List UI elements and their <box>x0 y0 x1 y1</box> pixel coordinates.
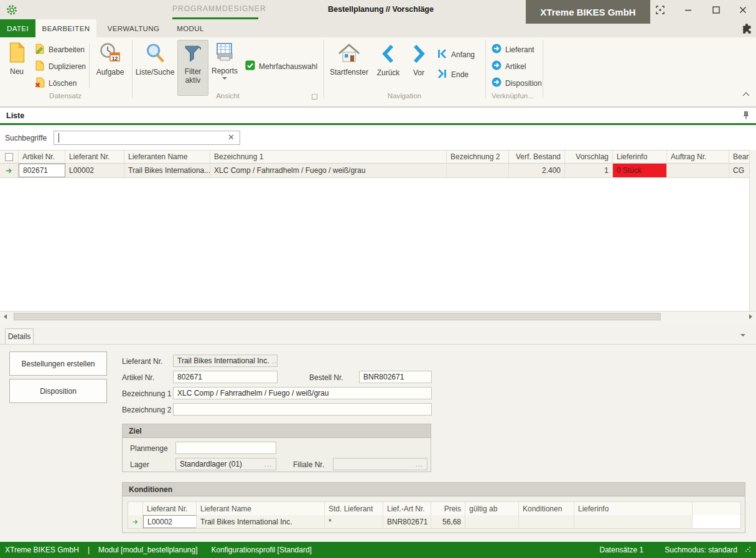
maximize-icon[interactable] <box>711 4 722 16</box>
tab-modul[interactable]: MODUL <box>171 19 210 37</box>
column-header[interactable]: Artikel Nr. <box>19 151 65 163</box>
group-label-ansicht: Ansicht <box>132 92 324 103</box>
scroll-left-icon[interactable] <box>4 314 7 319</box>
ende-button[interactable]: Ende <box>437 68 469 81</box>
details-collapse-icon[interactable] <box>740 334 745 337</box>
column-header[interactable]: Konditionen <box>519 502 574 515</box>
minimize-icon[interactable] <box>683 4 694 16</box>
cell-lieferant-nr[interactable]: L00002 <box>143 515 197 528</box>
column-header[interactable]: Lieferant Name <box>197 502 325 515</box>
column-header[interactable]: Bezeichnung 1 <box>210 151 447 163</box>
column-header[interactable]: Vorschlag <box>565 151 613 163</box>
cell-artikel-nr[interactable]: 802671 <box>19 164 65 177</box>
cell-vorschlag: 1 <box>565 164 613 177</box>
bestellungen-erstellen-button[interactable]: Bestellungen erstellen <box>9 351 107 376</box>
select-all-cell <box>0 151 19 163</box>
bezeichnung1-field[interactable]: XLC Comp / Fahrradhelm / Fuego / weiß/gr… <box>173 387 432 399</box>
column-header[interactable]: Auftrag Nr. <box>667 151 729 163</box>
application-window: { "colors": { "accent_green": "#1e821e",… <box>0 0 756 558</box>
lookup-ellipsis-button[interactable]: ... <box>269 357 278 365</box>
column-header[interactable]: Lieferant Nr. <box>143 502 197 515</box>
konditionen-groupbox: Konditionen Lieferant Nr. Lieferant Name… <box>122 482 745 533</box>
liste-suche-button[interactable]: Liste/Suche <box>136 42 174 77</box>
anfang-button[interactable]: Anfang <box>437 49 475 61</box>
vor-button[interactable]: Vor <box>407 44 431 77</box>
lieferant-link-button[interactable]: Lieferant <box>492 44 534 55</box>
column-header[interactable]: Lieferinfo <box>574 502 693 515</box>
column-header[interactable]: Lieferanten Name <box>124 151 210 163</box>
disposition-button[interactable]: Disposition <box>9 379 107 403</box>
neu-button[interactable]: Neu <box>4 42 30 76</box>
bearbeiten-button[interactable]: Bearbeiten <box>35 44 85 56</box>
column-header[interactable]: Bearb <box>729 151 749 163</box>
filter-aktiv-button[interactable]: Filter aktiv <box>177 40 208 96</box>
column-header[interactable]: gültig ab <box>465 502 519 515</box>
clear-search-icon[interactable]: ✕ <box>228 133 235 141</box>
startfenster-button[interactable]: Startfenster <box>329 44 370 77</box>
table-row[interactable]: 802671 L00002 Trail Bikes Internationa..… <box>0 164 749 178</box>
cell-lieferinfo <box>574 515 693 528</box>
liste-panel: Liste Suchbegriffe ✕ Artikel Nr. Liefera… <box>0 107 756 322</box>
scroll-right-icon[interactable] <box>749 314 752 319</box>
titlebar: PROGRAMMDESIGNER Bestellplanung // Vorsc… <box>0 0 756 19</box>
ribbon: Neu Bearbeiten Duplizieren Löschen 12 <box>0 37 756 107</box>
column-header[interactable]: Verf. Bestand <box>509 151 565 163</box>
filiale-nr-field[interactable]: ... <box>333 458 427 470</box>
planmenge-field[interactable] <box>175 442 276 454</box>
column-header[interactable]: Lieferinfo <box>613 151 667 163</box>
tab-verwaltung[interactable]: VERWALTUNG <box>105 19 162 37</box>
bezeichnung2-field[interactable] <box>173 403 432 416</box>
loeschen-button[interactable]: Löschen <box>35 77 77 90</box>
filiale-nr-label: Filiale Nr. <box>293 460 324 469</box>
tab-datei[interactable]: DATEI <box>0 19 35 37</box>
search-input[interactable] <box>54 131 240 145</box>
bestell-nr-field[interactable]: BNR802671 <box>359 371 432 383</box>
reports-dropdown-icon <box>222 77 227 80</box>
column-header[interactable]: Std. Lieferant <box>325 502 383 515</box>
lookup-ellipsis-button[interactable]: ... <box>413 460 423 468</box>
disposition-link-button[interactable]: Disposition <box>492 77 542 89</box>
close-icon[interactable] <box>737 4 749 16</box>
collapse-ribbon-icon[interactable] <box>742 91 750 100</box>
liste-panel-title: Liste <box>6 111 24 120</box>
cell-konditionen <box>519 515 574 528</box>
column-header[interactable]: Lieferant Nr. <box>65 151 124 163</box>
aufgabe-button[interactable]: 12 Aufgabe <box>92 42 128 77</box>
resize-grip-icon[interactable] <box>745 546 751 554</box>
artikel-nr-field[interactable]: 802671 <box>173 371 278 383</box>
lookup-ellipsis-button[interactable]: ... <box>262 460 272 468</box>
ansicht-dialog-launcher[interactable] <box>312 94 317 100</box>
gear-icon[interactable] <box>6 4 18 18</box>
duplizieren-button[interactable]: Duplizieren <box>35 60 86 73</box>
mehrfachauswahl-checkbox[interactable]: Mehrfachauswahl <box>245 60 317 72</box>
vertical-scrollbar[interactable] <box>749 150 756 312</box>
column-header[interactable]: Bezeichnung 2 <box>447 151 509 163</box>
search-label: Suchbegriffe <box>5 134 47 142</box>
reports-button[interactable]: Reports <box>210 42 239 80</box>
chevron-left-icon <box>380 44 396 66</box>
lieferant-nr-field[interactable]: Trail Bikes International Inc. ... <box>173 355 278 367</box>
row-marker-cell <box>0 164 19 177</box>
fit-window-icon[interactable] <box>655 4 666 16</box>
tab-details[interactable]: Details <box>5 328 34 344</box>
search-icon <box>145 42 166 65</box>
column-header[interactable]: Preis <box>431 502 465 515</box>
edit-document-icon <box>35 44 45 56</box>
circle-arrow-icon <box>492 77 502 89</box>
tab-bearbeiten[interactable]: BEARBEITEN <box>35 19 96 37</box>
table-row[interactable]: L00002 Trail Bikes International Inc. * … <box>128 515 741 529</box>
zurueck-button[interactable]: Zurück <box>373 44 403 77</box>
lager-field[interactable]: Standardlager (01) ... <box>175 458 276 470</box>
artikel-link-button[interactable]: Artikel <box>492 60 526 72</box>
programmdesigner-label[interactable]: PROGRAMMDESIGNER <box>172 4 266 13</box>
pin-icon[interactable] <box>742 111 750 122</box>
column-header[interactable]: Lief.-Art Nr. <box>383 502 431 515</box>
cell-bezeichnung2 <box>447 164 509 177</box>
cell-empty <box>693 515 740 528</box>
cell-bearb: CG <box>729 164 749 177</box>
horizontal-scrollbar-thumb[interactable] <box>14 313 661 320</box>
select-all-checkbox[interactable] <box>5 153 13 161</box>
horizontal-scrollbar[interactable] <box>0 311 756 322</box>
brand-badge: XTreme BIKES GmbH <box>526 0 650 24</box>
statusbar-modul: Modul [modul_bestellplanung] <box>98 546 197 554</box>
